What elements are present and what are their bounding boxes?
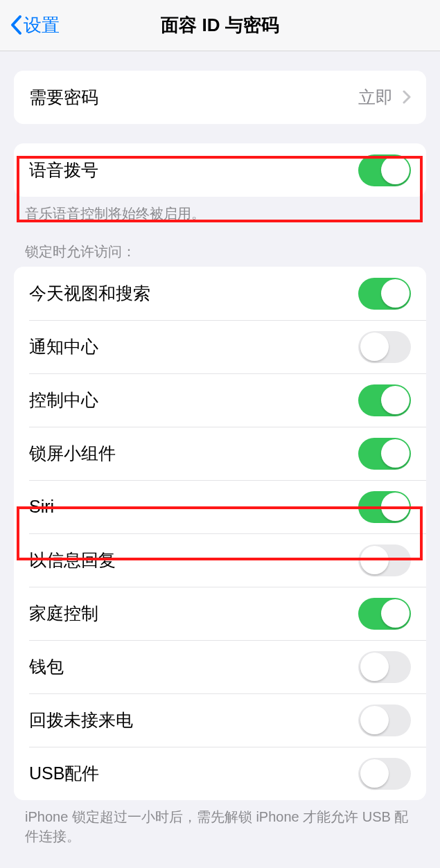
- require-passcode-cell[interactable]: 需要密码 立即: [14, 71, 426, 124]
- switch-knob: [360, 759, 389, 788]
- lock-access-label: 家庭控制: [29, 602, 98, 625]
- switch-knob: [360, 653, 389, 681]
- lock-access-label: 锁屏小组件: [29, 442, 116, 465]
- lock-access-label: 钱包: [29, 655, 64, 678]
- switch-knob: [360, 706, 389, 734]
- lock-access-cell: 通知中心: [14, 320, 426, 373]
- lock-access-label: Siri: [29, 497, 54, 517]
- switch-knob: [381, 439, 410, 468]
- lock-access-switch[interactable]: [358, 705, 411, 736]
- lock-access-switch[interactable]: [358, 278, 411, 310]
- lock-access-label: USB配件: [29, 762, 99, 785]
- chevron-left-icon: [10, 12, 22, 39]
- lock-access-switch[interactable]: [358, 544, 411, 576]
- lock-access-cell: 今天视图和搜索: [14, 267, 426, 320]
- lock-access-cell: 以信息回复: [14, 533, 426, 587]
- lock-access-switch[interactable]: [358, 491, 411, 523]
- lock-access-switch[interactable]: [358, 331, 411, 363]
- voice-dial-group: 语音拨号: [14, 143, 426, 197]
- switch-knob: [360, 333, 389, 361]
- lock-access-cell: 回拨未接来电: [14, 693, 426, 747]
- navigation-bar: 设置 面容 ID 与密码: [0, 0, 440, 51]
- voice-dial-footer: 音乐语音控制将始终被启用。: [0, 197, 440, 223]
- back-button[interactable]: 设置: [0, 12, 60, 39]
- voice-dial-switch[interactable]: [358, 154, 411, 186]
- voice-dial-cell: 语音拨号: [14, 143, 426, 197]
- lock-access-label: 以信息回复: [29, 549, 116, 572]
- switch-knob: [381, 279, 410, 308]
- lock-access-switch[interactable]: [358, 651, 411, 683]
- require-passcode-value: 立即: [358, 86, 411, 109]
- lock-access-switch[interactable]: [358, 758, 411, 790]
- lock-access-switch[interactable]: [358, 384, 411, 416]
- lock-access-group: 今天视图和搜索通知中心控制中心锁屏小组件Siri以信息回复家庭控制钱包回拨未接来…: [14, 267, 426, 800]
- switch-knob: [381, 386, 410, 414]
- lock-access-label: 回拨未接来电: [29, 709, 133, 732]
- lock-access-label: 今天视图和搜索: [29, 282, 150, 305]
- voice-dial-label: 语音拨号: [29, 159, 98, 181]
- lock-access-label: 控制中心: [29, 389, 98, 411]
- passcode-group: 需要密码 立即: [14, 71, 426, 124]
- lock-access-cell: 锁屏小组件: [14, 427, 426, 480]
- lock-access-header: 锁定时允许访问：: [0, 223, 440, 267]
- lock-access-cell: 家庭控制: [14, 587, 426, 640]
- lock-access-cell: 控制中心: [14, 373, 426, 427]
- lock-access-cell: USB配件: [14, 747, 426, 800]
- require-passcode-label: 需要密码: [29, 86, 98, 109]
- lock-access-switch[interactable]: [358, 598, 411, 630]
- lock-access-cell: Siri: [14, 480, 426, 533]
- chevron-right-icon: [403, 87, 411, 109]
- switch-knob: [360, 546, 389, 574]
- lock-access-footer: iPhone 锁定超过一小时后，需先解锁 iPhone 才能允许 USB 配件连…: [0, 800, 440, 846]
- lock-access-switch[interactable]: [358, 438, 411, 470]
- back-label: 设置: [24, 13, 60, 37]
- page-title: 面容 ID 与密码: [161, 13, 279, 37]
- switch-knob: [381, 599, 410, 628]
- lock-access-cell: 钱包: [14, 640, 426, 693]
- lock-access-label: 通知中心: [29, 335, 98, 358]
- switch-knob: [381, 156, 410, 184]
- switch-knob: [381, 493, 410, 521]
